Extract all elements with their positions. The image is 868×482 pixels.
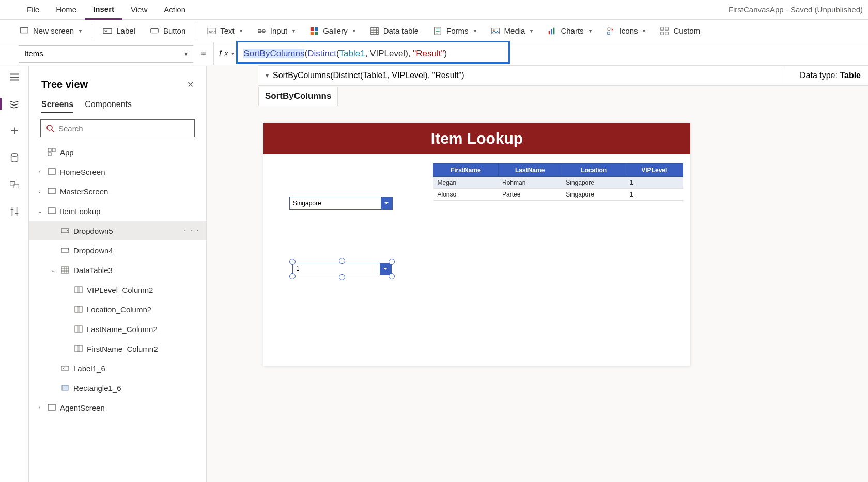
selection-handle[interactable] bbox=[389, 259, 395, 265]
selection-handle[interactable] bbox=[339, 274, 345, 280]
tree-node-label: FirstName_Column2 bbox=[87, 344, 158, 353]
ribbon-gallery[interactable]: Gallery ▾ bbox=[303, 20, 362, 42]
tree-node[interactable]: Dropdown5· · · bbox=[29, 221, 206, 240]
tree-node[interactable]: Rectangle1_6 bbox=[29, 378, 206, 398]
svg-point-13 bbox=[493, 29, 495, 31]
tree-node[interactable]: ›MasterScreen bbox=[29, 182, 206, 201]
expand-icon[interactable]: › bbox=[36, 405, 43, 411]
canvas: Item Lookup Singapore 1 FirstNameLastNam… bbox=[207, 66, 868, 482]
table-header[interactable]: LastName bbox=[498, 164, 562, 177]
expand-icon[interactable]: ⌄ bbox=[50, 267, 57, 273]
tree-node-label: HomeScreen bbox=[60, 168, 105, 176]
dropdown-location[interactable]: Singapore bbox=[289, 197, 393, 210]
menu-insert[interactable]: Insert bbox=[85, 0, 122, 20]
tree-node[interactable]: ›HomeScreen bbox=[29, 162, 206, 182]
menubar: File Home Insert View Action FirstCanvas… bbox=[0, 0, 868, 20]
chevron-down-icon[interactable]: ▾ bbox=[266, 72, 269, 79]
chevron-down-icon bbox=[380, 263, 391, 275]
fx-button[interactable]: fx ▾ bbox=[213, 42, 239, 65]
menu-home[interactable]: Home bbox=[48, 0, 85, 20]
table-header[interactable]: FirstName bbox=[433, 164, 499, 177]
tree-node[interactable]: ›AgentScreen bbox=[29, 398, 206, 417]
tree-node[interactable]: VIPLevel_Column2 bbox=[29, 280, 206, 299]
tree-search[interactable] bbox=[40, 119, 195, 137]
svg-rect-45 bbox=[62, 385, 68, 390]
chevron-down-icon: ▾ bbox=[353, 28, 355, 34]
menu-file[interactable]: File bbox=[19, 0, 48, 20]
tab-components[interactable]: Components bbox=[85, 97, 132, 113]
svg-rect-15 bbox=[551, 29, 553, 34]
ribbon-input[interactable]: Input ▾ bbox=[251, 20, 301, 42]
selection-handle[interactable] bbox=[389, 273, 395, 279]
ribbon-charts[interactable]: Charts ▾ bbox=[541, 20, 597, 42]
more-icon[interactable]: · · · bbox=[183, 226, 200, 235]
menu-view[interactable]: View bbox=[122, 0, 156, 20]
advanced-tools-icon[interactable] bbox=[9, 206, 20, 217]
table-row[interactable]: MeganRohmanSingapore1 bbox=[433, 177, 683, 189]
tree-node[interactable]: FirstName_Column2 bbox=[29, 339, 206, 358]
table-cell: 1 bbox=[626, 189, 683, 201]
hamburger-icon[interactable] bbox=[9, 71, 20, 83]
svg-rect-16 bbox=[553, 27, 555, 34]
table-header[interactable]: Location bbox=[562, 164, 626, 177]
lbl-icon bbox=[61, 364, 69, 372]
expand-icon[interactable]: › bbox=[36, 189, 43, 194]
dropdown-viplevel[interactable]: 1 bbox=[292, 263, 392, 275]
ribbon-custom[interactable]: Custom bbox=[654, 20, 706, 42]
ribbon-button[interactable]: Button bbox=[144, 20, 192, 42]
ribbon-datatable[interactable]: Data table bbox=[364, 20, 425, 42]
tree-view-icon[interactable] bbox=[0, 98, 20, 110]
svg-rect-19 bbox=[661, 27, 663, 29]
data-icon[interactable] bbox=[9, 152, 20, 163]
ribbon-datatable-label: Data table bbox=[383, 26, 419, 35]
ribbon-text[interactable]: Abc Text ▾ bbox=[200, 20, 249, 42]
tree-node[interactable]: Location_Column2 bbox=[29, 299, 206, 319]
tree-node-label: VIPLevel_Column2 bbox=[87, 285, 153, 294]
text-icon: Abc bbox=[207, 26, 216, 36]
chevron-down-icon: ▾ bbox=[231, 51, 234, 56]
table-row[interactable]: AlonsoParteeSingapore1 bbox=[433, 189, 683, 201]
menu-action[interactable]: Action bbox=[156, 0, 194, 20]
tree-node[interactable]: App bbox=[29, 142, 206, 162]
expand-icon[interactable]: › bbox=[36, 169, 43, 175]
tree-node[interactable]: ⌄DataTable3 bbox=[29, 260, 206, 280]
chevron-down-icon: ▾ bbox=[292, 28, 295, 34]
chevron-down-icon: ▾ bbox=[184, 50, 188, 57]
tree-node[interactable]: Label1_6 bbox=[29, 358, 206, 378]
svg-rect-25 bbox=[14, 184, 19, 188]
tree-node[interactable]: LastName_Column2 bbox=[29, 319, 206, 339]
insert-icon[interactable] bbox=[9, 125, 20, 137]
table-header[interactable]: VIPLevel bbox=[626, 164, 683, 177]
close-icon[interactable]: ✕ bbox=[187, 80, 194, 89]
svg-point-17 bbox=[607, 27, 610, 30]
ribbon-newscreen[interactable]: New screen ▾ bbox=[13, 20, 88, 42]
selection-handle[interactable] bbox=[289, 273, 296, 279]
selection-handle[interactable] bbox=[289, 259, 296, 265]
search-input[interactable] bbox=[58, 124, 189, 133]
ribbon-newscreen-label: New screen bbox=[33, 26, 74, 35]
tree-node-label: MasterScreen bbox=[60, 187, 108, 196]
property-select[interactable]: Items ▾ bbox=[19, 45, 193, 63]
table-cell: Alonso bbox=[433, 189, 499, 201]
search-icon bbox=[46, 124, 54, 132]
screen-icon bbox=[48, 187, 56, 195]
expand-icon[interactable]: ⌄ bbox=[36, 208, 43, 214]
ribbon-media[interactable]: Media ▾ bbox=[485, 20, 539, 42]
tab-screens[interactable]: Screens bbox=[41, 97, 73, 113]
tree-node[interactable]: Dropdown4 bbox=[29, 240, 206, 260]
ribbon-label[interactable]: Label bbox=[97, 20, 142, 42]
formula-bar[interactable]: SortByColumns(Distinct(Table1, VIPLevel)… bbox=[239, 42, 868, 65]
newscreen-icon bbox=[20, 26, 29, 36]
ribbon-forms[interactable]: Forms ▾ bbox=[427, 20, 483, 42]
svg-point-26 bbox=[47, 125, 52, 130]
ribbon-charts-label: Charts bbox=[561, 26, 583, 35]
media-icon[interactable] bbox=[9, 179, 20, 190]
svg-rect-2 bbox=[151, 28, 158, 33]
ribbon-icons[interactable]: Icons ▾ bbox=[600, 20, 652, 42]
tree-node[interactable]: ⌄ItemLookup bbox=[29, 201, 206, 221]
svg-rect-1 bbox=[103, 28, 112, 33]
selection-handle[interactable] bbox=[339, 258, 345, 264]
svg-rect-21 bbox=[661, 32, 663, 34]
col-icon bbox=[74, 344, 83, 353]
svg-rect-46 bbox=[48, 404, 55, 410]
